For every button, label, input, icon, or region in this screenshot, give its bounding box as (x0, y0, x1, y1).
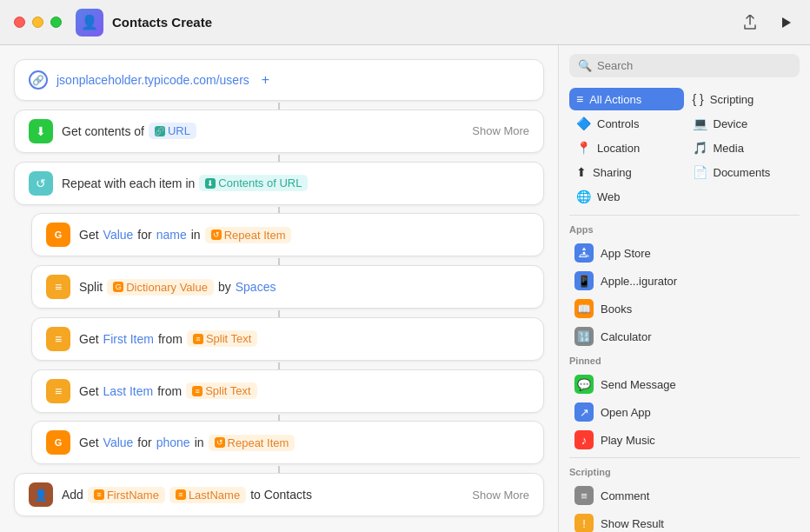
add-contact-text: Add ≡ FirstName ≡ LastName to Contacts (62, 487, 312, 503)
get-last-icon: ≡ (46, 379, 70, 403)
url-token: 🔗 URL (149, 123, 196, 139)
url-bar[interactable]: 🔗 jsonplaceholder.typicode.com/users + (14, 59, 544, 101)
pinned-section-header: Pinned (559, 350, 810, 370)
lastname-token: ≡ LastName (169, 487, 246, 503)
sharing-label: Sharing (593, 166, 632, 179)
share-button[interactable] (739, 11, 761, 34)
pinned-section-label: Pinned (569, 356, 800, 366)
category-sharing[interactable]: ⬆ Sharing (569, 161, 684, 183)
list-item-send-message[interactable]: 💬 Send Message (569, 370, 800, 398)
titlebar: 👤 Contacts Create (0, 0, 810, 45)
open-app-icon: ↗ (574, 402, 594, 422)
comment-label: Comment (601, 489, 649, 502)
firstname-token: ≡ FirstName (88, 487, 165, 503)
apple-igurator-icon: 📱 (574, 271, 594, 290)
send-message-label: Send Message (601, 378, 676, 391)
comment-icon: ≡ (574, 486, 594, 505)
device-icon: 💻 (693, 116, 707, 130)
minimize-button[interactable] (32, 17, 43, 28)
pinned-list: 💬 Send Message ↗ Open App ♪ Play Music (559, 370, 810, 454)
maximize-button[interactable] (50, 17, 62, 28)
play-music-label: Play Music (601, 434, 655, 447)
apps-list: App Store 📱 Apple...igurator 📖 Books 🔢 C… (559, 239, 810, 350)
step-add-contact[interactable]: 👤 Add ≡ FirstName ≡ LastName to Contacts… (14, 473, 544, 516)
category-all-actions[interactable]: ≡ All Actions (569, 88, 684, 110)
play-button[interactable] (775, 12, 796, 33)
workflow-panel: 🔗 jsonplaceholder.typicode.com/users + ⬇… (0, 45, 558, 532)
show-more-2[interactable]: Show More (472, 489, 529, 502)
category-web[interactable]: 🌐 Web (569, 185, 684, 208)
step-get-last[interactable]: ≡ Get Last Item from ≡ Split Text (31, 369, 544, 413)
connector-line (278, 103, 280, 110)
play-music-icon: ♪ (574, 430, 594, 449)
connector-line-4 (278, 258, 280, 265)
connector-line-7 (278, 415, 280, 422)
url-text: jsonplaceholder.typicode.com/users (56, 73, 249, 87)
category-scripting[interactable]: { } Scripting (686, 88, 800, 110)
contents-token: ⬇ Contents of URL (199, 175, 308, 191)
get-contents-icon: ⬇ (29, 119, 53, 143)
categories-grid: ≡ All Actions { } Scripting 🔷 Controls 💻… (559, 84, 810, 211)
category-location[interactable]: 📍 Location (569, 136, 684, 159)
split-text-token-1: ≡ Split Text (187, 330, 258, 347)
connector-line-3 (278, 207, 280, 214)
repeat-item-token-2: ↺ Repeat Item (209, 435, 295, 451)
send-message-icon: 💬 (574, 375, 594, 394)
open-app-label: Open App (601, 406, 651, 419)
list-item-calculator[interactable]: 🔢 Calculator (569, 323, 800, 350)
all-actions-label: All Actions (589, 93, 641, 106)
close-button[interactable] (14, 17, 25, 28)
scripting-section-label: Scripting (569, 467, 800, 477)
step-split[interactable]: ≡ Split G Dictionary Value by Spaces (31, 265, 544, 309)
search-bar: 🔍 (559, 45, 810, 84)
books-icon: 📖 (574, 299, 594, 318)
show-result-icon: ! (574, 514, 594, 532)
media-label: Media (714, 142, 744, 155)
category-controls[interactable]: 🔷 Controls (569, 112, 684, 135)
get-value-text: Get Value for name in ↺ Repeat Item (79, 227, 291, 243)
documents-label: Documents (714, 166, 771, 179)
step-repeat[interactable]: ↺ Repeat with each item in ⬇ Contents of… (14, 162, 544, 205)
divider-2 (569, 457, 800, 458)
step-get-first[interactable]: ≡ Get First Item from ≡ Split Text (31, 317, 544, 361)
add-contact-icon: 👤 (29, 482, 53, 507)
get-first-icon: ≡ (46, 327, 70, 351)
url-add-button[interactable]: + (262, 72, 269, 88)
list-item-play-music[interactable]: ♪ Play Music (569, 426, 800, 454)
location-icon: 📍 (576, 141, 591, 155)
list-item-books[interactable]: 📖 Books (569, 295, 800, 323)
web-label: Web (597, 190, 621, 203)
connector-line-6 (278, 362, 280, 369)
step-get-contents[interactable]: ⬇ Get contents of 🔗 URL Show More (14, 110, 544, 153)
search-input-wrap[interactable]: 🔍 (569, 54, 800, 77)
scripting-list: ≡ Comment ! Show Result ⚠ Show Alert ? A… (559, 482, 810, 532)
step-get-value-phone[interactable]: G Get Value for phone in ↺ Repeat Item (31, 421, 544, 464)
titlebar-actions (739, 11, 796, 34)
get-last-text: Get Last Item from ≡ Split Text (79, 382, 257, 399)
category-documents[interactable]: 📄 Documents (686, 161, 800, 183)
window-controls (14, 17, 62, 28)
app-store-icon (574, 243, 594, 263)
app-store-label: App Store (601, 247, 651, 260)
category-media[interactable]: 🎵 Media (686, 136, 800, 159)
window-title: Contacts Create (112, 15, 212, 30)
list-item-comment[interactable]: ≡ Comment (569, 482, 800, 509)
divider-1 (569, 215, 800, 216)
list-item-apple-igurator[interactable]: 📱 Apple...igurator (569, 267, 800, 295)
list-item-app-store[interactable]: App Store (569, 239, 800, 267)
step-get-value-name[interactable]: G Get Value for name in ↺ Repeat Item (31, 213, 544, 256)
get-phone-text: Get Value for phone in ↺ Repeat Item (79, 435, 295, 451)
search-input[interactable] (597, 59, 791, 72)
show-more-1[interactable]: Show More (472, 124, 529, 137)
apps-section-label: Apps (569, 224, 800, 235)
category-device[interactable]: 💻 Device (686, 112, 800, 135)
repeat-icon: ↺ (29, 171, 53, 196)
main-area: 🔗 jsonplaceholder.typicode.com/users + ⬇… (0, 45, 810, 532)
sharing-icon: ⬆ (576, 165, 587, 179)
svg-point-0 (583, 252, 586, 255)
list-item-show-result[interactable]: ! Show Result (569, 509, 800, 532)
list-item-open-app[interactable]: ↗ Open App (569, 398, 800, 426)
repeat-item-token: ↺ Repeat Item (205, 227, 292, 243)
connector-line-2 (278, 155, 280, 162)
web-icon: 🌐 (576, 190, 591, 203)
